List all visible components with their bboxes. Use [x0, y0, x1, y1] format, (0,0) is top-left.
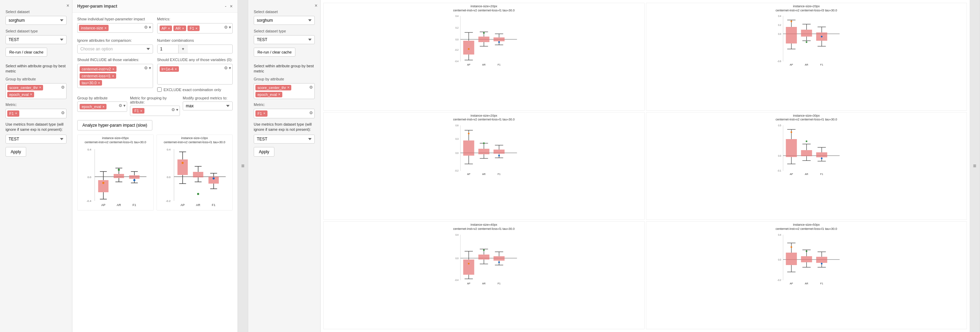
hp-settings-icon[interactable]: ⚙ ▾: [144, 25, 151, 30]
tag-f1g-close[interactable]: ×: [140, 109, 142, 113]
tag-cl-close[interactable]: ×: [112, 74, 114, 78]
apply-button-left[interactable]: Apply: [5, 147, 26, 157]
tag-epoch-hp[interactable]: epoch_eval ×: [80, 104, 107, 109]
tag-ci-close[interactable]: ×: [112, 67, 115, 71]
group-attr-settings[interactable]: ⚙ ▾: [119, 103, 126, 108]
exclude-box: lr=1e-4 × ⚙ ▾: [157, 64, 233, 85]
svg-text:AR: AR: [116, 203, 121, 207]
r-tag-f1-close[interactable]: ×: [263, 112, 266, 115]
ignore-col: Ignore attributes for comparison: Choose…: [77, 38, 153, 53]
tag-f1-close[interactable]: ×: [15, 112, 17, 115]
include-settings-icon[interactable]: ⚙ ▾: [144, 65, 151, 70]
svg-point-154: [791, 131, 792, 133]
svg-text:-0.2: -0.2: [165, 200, 170, 203]
select-dataset-type-label: Select dataset type: [5, 29, 67, 33]
r-tag-settings-icon[interactable]: ⚙: [309, 85, 313, 90]
r-tag-epoch-close[interactable]: ×: [278, 93, 280, 96]
right-panel-close[interactable]: ×: [315, 3, 318, 8]
tag-instance-size[interactable]: instance-size ×: [79, 25, 108, 31]
metric-settings-icon[interactable]: ⚙: [61, 110, 65, 115]
r-tag-f1[interactable]: F1 ×: [255, 110, 267, 117]
plus-button[interactable]: +: [178, 45, 188, 53]
svg-rect-123: [494, 149, 505, 153]
include-exclude-row: Should INCLUDE all those variables: cent…: [77, 57, 233, 92]
minimize-button[interactable]: -: [225, 3, 226, 9]
modify-group-select[interactable]: max: [183, 101, 233, 110]
metrics-settings-icon[interactable]: ⚙ ▾: [224, 25, 231, 30]
tag-ar-close[interactable]: ×: [182, 27, 184, 30]
rerun-button[interactable]: Re-run / clear cache: [5, 48, 47, 57]
svg-text:0.0: 0.0: [778, 259, 781, 261]
svg-point-46: [181, 162, 183, 164]
dataset-type-select[interactable]: TEST: [5, 35, 67, 44]
ignore-select[interactable]: Choose an option: [77, 45, 153, 53]
r-tag-epoch[interactable]: epoch_eval ×: [255, 92, 282, 97]
tag-ap[interactable]: AP ×: [160, 26, 172, 31]
tag-f1-metrics[interactable]: F1 ×: [188, 26, 200, 31]
svg-point-130: [498, 155, 500, 157]
r-dataset-select[interactable]: sorghum: [254, 16, 315, 25]
analyze-button[interactable]: Analyze hyper-param impact (slow): [77, 120, 152, 131]
svg-text:F1: F1: [212, 203, 215, 207]
svg-rect-69: [494, 38, 505, 42]
tag-epoch-hp-close[interactable]: ×: [102, 105, 105, 109]
tag-ap-close[interactable]: ×: [168, 27, 170, 30]
tag-f1-group[interactable]: F1 ×: [132, 108, 145, 113]
tag-lr-close[interactable]: ×: [175, 67, 177, 71]
svg-point-47: [197, 193, 199, 195]
use-metrics-label: Use metrics from dataset type (will igno…: [5, 122, 67, 132]
tag-lr[interactable]: lr=1e-4 ×: [160, 66, 179, 72]
number-combo-input[interactable]: [158, 45, 178, 53]
r-use-metrics-select[interactable]: TEST: [254, 135, 315, 144]
svg-rect-31: [177, 160, 188, 175]
svg-rect-36: [193, 172, 203, 177]
main-svg-0: 0.4 0.0 -0.4 0.2 -0.2 A: [325, 13, 643, 68]
svg-text:0.3: 0.3: [455, 138, 458, 140]
r-metric-settings-icon[interactable]: ⚙: [309, 110, 313, 115]
main-svg-5: 0.4 0.0 -0.2 AP AR F1: [648, 232, 966, 287]
svg-text:0.0: 0.0: [167, 176, 171, 179]
tag-tau-close[interactable]: ×: [98, 81, 100, 85]
metric-group-col: Metric for grouping by attribute: F1 × ⚙…: [130, 96, 180, 116]
use-metrics-select[interactable]: TEST: [5, 135, 67, 144]
tag-f1[interactable]: F1 ×: [7, 110, 19, 117]
svg-text:0.0: 0.0: [778, 155, 781, 157]
r-rerun-button[interactable]: Re-run / clear cache: [254, 48, 296, 57]
mini-chart-0: instance-size=05px centernet-inst=v2 cen…: [77, 135, 154, 211]
hyper-param-content: Show individual hyper-parameter impact i…: [72, 13, 237, 215]
svg-point-21: [118, 169, 120, 171]
r-dataset-type-select[interactable]: TEST: [254, 35, 315, 44]
hamburger-icon-right[interactable]: ≡: [973, 163, 976, 169]
tag-instance-close[interactable]: ×: [105, 26, 107, 30]
metrics-label: Metrics:: [157, 17, 233, 21]
tag-score-close[interactable]: ×: [39, 86, 41, 89]
tag-tau[interactable]: tau=30.0 ×: [80, 80, 102, 86]
r-metric-tag-container: F1 × ⚙: [254, 109, 315, 118]
tag-centernet-loss[interactable]: centernet-loss=l1 ×: [80, 73, 116, 79]
tag-centernet-inst[interactable]: centernet-inst=v2 ×: [80, 66, 116, 72]
hyper-param-close[interactable]: ×: [230, 3, 233, 9]
r-use-metrics-label: Use metrics from dataset type (will igno…: [254, 122, 315, 132]
r-tag-score[interactable]: score_center_thr ×: [255, 85, 291, 90]
r-select-dataset-type-label: Select dataset type: [254, 29, 315, 33]
tag-ar[interactable]: AR ×: [173, 26, 186, 31]
left-divider: ≡: [238, 0, 248, 332]
metric-group-settings[interactable]: ⚙ ▾: [171, 107, 178, 112]
group-row: Group by attribute epoch_eval × ⚙ ▾ Metr…: [77, 96, 233, 116]
dataset-select[interactable]: sorghum: [5, 16, 67, 25]
main-chart-title-1: instance-size=20px centernet-inst=v2 cen…: [648, 5, 966, 13]
tag-epoch-close[interactable]: ×: [30, 93, 32, 96]
tag-epoch[interactable]: epoch_eval ×: [7, 92, 34, 97]
svg-text:-0.4: -0.4: [455, 61, 458, 63]
tag-score[interactable]: score_center_thr ×: [7, 85, 43, 90]
hamburger-icon-left[interactable]: ≡: [241, 163, 244, 169]
left-panel-close[interactable]: ×: [67, 3, 69, 8]
apply-button-right[interactable]: Apply: [254, 147, 274, 157]
exclude-settings-icon[interactable]: ⚙ ▾: [224, 65, 231, 70]
r-tag-score-close[interactable]: ×: [288, 86, 290, 89]
svg-rect-118: [479, 149, 490, 154]
metric-tag-container: F1 × ⚙: [5, 109, 67, 118]
tag-settings-icon[interactable]: ⚙: [61, 85, 65, 90]
tag-f1m-close[interactable]: ×: [196, 27, 197, 30]
exclude-exact-checkbox[interactable]: [157, 87, 162, 92]
